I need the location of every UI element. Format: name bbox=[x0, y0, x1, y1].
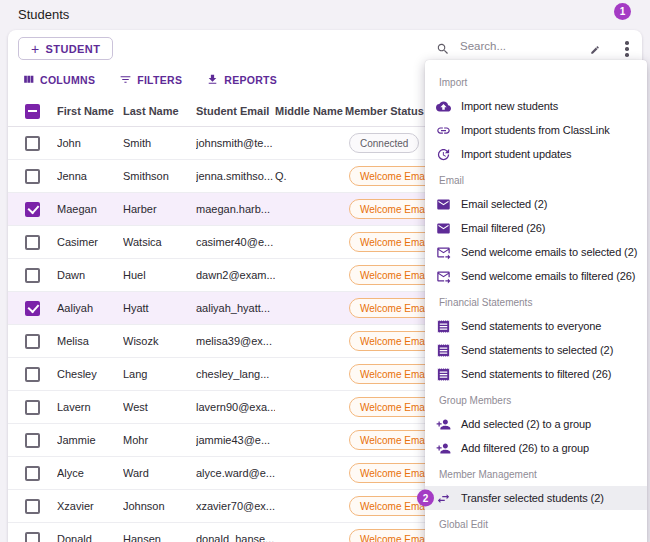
menu-item[interactable]: Send statements to filtered (26) bbox=[425, 362, 647, 386]
row-checkbox[interactable] bbox=[25, 268, 40, 283]
row-checkbox[interactable] bbox=[25, 499, 40, 514]
menu-item[interactable]: Send statements to selected (2) bbox=[425, 338, 647, 362]
menu-item-label: Send statements to everyone bbox=[461, 320, 601, 332]
columns-button[interactable]: COLUMNS bbox=[18, 71, 99, 88]
cell-last-name: Watsica bbox=[123, 236, 196, 248]
menu-item[interactable]: Import new students bbox=[425, 94, 647, 118]
quick-edit-button[interactable] bbox=[584, 39, 606, 61]
menu-section-header: Member Management bbox=[425, 460, 647, 486]
header-student-email: Student Email bbox=[196, 105, 275, 117]
actions-menu: ImportImport new studentsImport students… bbox=[425, 60, 647, 542]
select-all-checkbox[interactable] bbox=[25, 104, 40, 119]
cell-student-email: xzavier70@ex... bbox=[196, 500, 275, 512]
menu-item-label: Send welcome emails to filtered (26) bbox=[461, 270, 635, 282]
menu-item-label: Send statements to filtered (26) bbox=[461, 368, 611, 380]
menu-section-header: Financial Statements bbox=[425, 288, 647, 314]
cell-last-name: Mohr bbox=[123, 434, 196, 446]
row-checkbox[interactable] bbox=[25, 532, 40, 542]
cell-last-name: Smithson bbox=[123, 170, 196, 182]
menu-item[interactable]: Transfer selected students (2)2 bbox=[425, 486, 647, 510]
row-checkbox[interactable] bbox=[25, 169, 40, 184]
cell-last-name: West bbox=[123, 401, 196, 413]
menu-item-label: Add selected (2) to a group bbox=[461, 418, 591, 430]
row-checkbox[interactable] bbox=[25, 466, 40, 481]
reports-button[interactable]: REPORTS bbox=[202, 71, 281, 88]
step-badge-1: 1 bbox=[614, 3, 631, 20]
menu-list: ImportImport new studentsImport students… bbox=[425, 68, 647, 536]
cell-first-name: Dawn bbox=[57, 269, 123, 281]
row-checkbox[interactable] bbox=[25, 367, 40, 382]
cell-first-name: Donald bbox=[57, 533, 123, 542]
cell-student-email: jenna.smithso... bbox=[196, 170, 275, 182]
row-checkbox[interactable] bbox=[25, 433, 40, 448]
menu-item-label: Import students from ClassLink bbox=[461, 124, 610, 136]
row-checkbox[interactable] bbox=[25, 202, 40, 217]
cell-student-email: chesley_lang... bbox=[196, 368, 275, 380]
row-checkbox[interactable] bbox=[25, 235, 40, 250]
menu-item-label: Import new students bbox=[461, 100, 558, 112]
menu-section-header: Global Edit bbox=[425, 510, 647, 536]
header-last-name: Last Name bbox=[123, 105, 196, 117]
cell-first-name: Casimer bbox=[57, 236, 123, 248]
cell-first-name: Alyce bbox=[57, 467, 123, 479]
filters-label: FILTERS bbox=[137, 74, 182, 86]
menu-item[interactable]: Import students from ClassLink bbox=[425, 118, 647, 142]
cell-last-name: Smith bbox=[123, 137, 196, 149]
menu-item[interactable]: Import student updates bbox=[425, 142, 647, 166]
menu-item-label: Email selected (2) bbox=[461, 198, 547, 210]
cell-last-name: Johnson bbox=[123, 500, 196, 512]
cell-student-email: jammie43@e... bbox=[196, 434, 275, 446]
cloud-upload-icon bbox=[436, 99, 451, 114]
person-add-icon bbox=[436, 441, 451, 456]
download-icon bbox=[206, 73, 219, 86]
step-badge-2: 2 bbox=[417, 490, 434, 507]
students-page: Students 1 + STUDENT COLUMNS FILTE bbox=[0, 0, 650, 542]
cell-student-email: alyce.ward@e... bbox=[196, 467, 275, 479]
cell-student-email: johnsmith@te... bbox=[196, 137, 275, 149]
cell-last-name: Huel bbox=[123, 269, 196, 281]
cell-middle-name: Q. bbox=[275, 170, 345, 182]
cell-first-name: Aaliyah bbox=[57, 302, 123, 314]
row-checkbox[interactable] bbox=[25, 136, 40, 151]
menu-item[interactable]: Add filtered (26) to a group bbox=[425, 436, 647, 460]
cell-student-email: aaliyah_hyatt... bbox=[196, 302, 275, 314]
table-toolbar: COLUMNS FILTERS REPORTS bbox=[18, 71, 281, 88]
email-icon bbox=[436, 221, 451, 236]
cell-student-email: lavern90@exa... bbox=[196, 401, 275, 413]
filters-button[interactable]: FILTERS bbox=[115, 71, 186, 88]
add-student-button[interactable]: + STUDENT bbox=[18, 37, 113, 60]
menu-section-header: Group Members bbox=[425, 386, 647, 412]
cell-last-name: Harber bbox=[123, 203, 196, 215]
cell-first-name: Maegan bbox=[57, 203, 123, 215]
plus-icon: + bbox=[31, 42, 40, 56]
menu-item-label: Import student updates bbox=[461, 148, 571, 160]
cell-last-name: Ward bbox=[123, 467, 196, 479]
cell-first-name: Jammie bbox=[57, 434, 123, 446]
menu-item[interactable]: Send welcome emails to filtered (26) bbox=[425, 264, 647, 288]
reports-label: REPORTS bbox=[224, 74, 277, 86]
cell-last-name: Hyatt bbox=[123, 302, 196, 314]
menu-item[interactable]: Add selected (2) to a group bbox=[425, 412, 647, 436]
row-checkbox[interactable] bbox=[25, 301, 40, 316]
menu-item[interactable]: Send welcome emails to selected (2) bbox=[425, 240, 647, 264]
cell-first-name: Lavern bbox=[57, 401, 123, 413]
classlink-icon bbox=[436, 123, 451, 138]
statement-icon bbox=[436, 343, 451, 358]
cell-student-email: maegan.harb... bbox=[196, 203, 275, 215]
row-checkbox[interactable] bbox=[25, 334, 40, 349]
menu-item[interactable]: Email selected (2) bbox=[425, 192, 647, 216]
cell-last-name: Hansen bbox=[123, 533, 196, 542]
add-student-label: STUDENT bbox=[46, 43, 101, 55]
menu-item[interactable]: Send statements to everyone bbox=[425, 314, 647, 338]
menu-item[interactable]: Email filtered (26) bbox=[425, 216, 647, 240]
cell-student-email: casimer40@e... bbox=[196, 236, 275, 248]
cell-last-name: Lang bbox=[123, 368, 196, 380]
cell-student-email: melisa39@ex... bbox=[196, 335, 275, 347]
statement-icon bbox=[436, 367, 451, 382]
search-input[interactable] bbox=[458, 39, 580, 53]
menu-item-label: Send statements to selected (2) bbox=[461, 344, 613, 356]
row-checkbox[interactable] bbox=[25, 400, 40, 415]
person-add-icon bbox=[436, 417, 451, 432]
menu-item-label: Email filtered (26) bbox=[461, 222, 545, 234]
more-options-button[interactable] bbox=[616, 38, 638, 60]
